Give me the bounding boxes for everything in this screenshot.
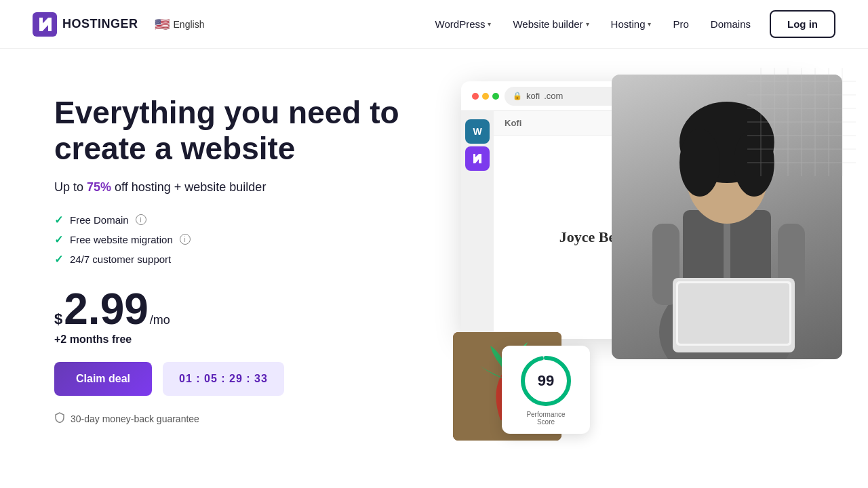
nav-links: WordPress ▾ Website builder ▾ Hosting ▾ … [427, 13, 759, 35]
feature-support: 24/7 customer support [70, 253, 171, 265]
dot-green [492, 93, 499, 100]
dot-yellow [482, 93, 489, 100]
lang-label: English [174, 19, 205, 30]
flag-icon: 🇺🇸 [155, 17, 170, 32]
logo-text: HOSTINGER [62, 17, 138, 31]
check-icon: ✓ [54, 214, 63, 226]
list-item: ✓ Free Domain i [54, 214, 407, 226]
nav-hosting[interactable]: Hosting ▾ [603, 13, 660, 35]
hero-illustration: 🔒 kofi .com W K [420, 81, 835, 454]
dot-red [472, 93, 479, 100]
performance-label: PerformanceScore [526, 411, 565, 426]
chevron-down-icon: ▾ [648, 20, 651, 28]
nav-website-builder[interactable]: Website builder ▾ [505, 13, 597, 35]
chevron-down-icon: ▾ [488, 20, 491, 28]
nav-pro[interactable]: Pro [665, 13, 696, 35]
browser-dots [472, 93, 499, 100]
sidebar-icons: W [461, 111, 494, 339]
svg-rect-13 [678, 283, 789, 344]
wordpress-icon: W [465, 119, 490, 144]
feature-migration: Free website migration [70, 234, 173, 245]
subtitle-highlight: 75% [87, 180, 111, 194]
info-icon[interactable]: i [180, 234, 191, 245]
logo-icon [33, 12, 57, 37]
info-icon[interactable]: i [136, 214, 146, 225]
language-selector[interactable]: 🇺🇸 English [155, 17, 205, 32]
list-item: ✓ Free website migration i [54, 233, 407, 246]
shield-icon [54, 412, 65, 426]
check-icon: ✓ [54, 233, 63, 246]
features-list: ✓ Free Domain i ✓ Free website migration… [54, 214, 407, 266]
site-name: Kofi [505, 118, 521, 128]
check-icon: ✓ [54, 253, 63, 266]
performance-card: 99 PerformanceScore [502, 346, 590, 434]
subtitle-prefix: Up to [54, 180, 87, 194]
login-button[interactable]: Log in [770, 10, 835, 38]
price-row: $ 2.99 /mo [54, 287, 407, 331]
price-main: 2.99 [64, 287, 149, 331]
nav-website-builder-label: Website builder [513, 18, 583, 30]
countdown-timer: 01 : 05 : 29 : 33 [163, 362, 284, 396]
svg-point-7 [679, 129, 720, 197]
cta-row: Claim deal 01 : 05 : 29 : 33 [54, 362, 407, 396]
price-dollar: $ [54, 310, 62, 328]
nav-hosting-label: Hosting [611, 18, 646, 30]
address-domain: .com [544, 91, 563, 101]
hero-subtitle: Up to 75% off hosting + website builder [54, 180, 407, 195]
feature-domain: Free Domain [70, 214, 129, 226]
list-item: ✓ 24/7 customer support [54, 253, 407, 266]
claim-deal-button[interactable]: Claim deal [54, 362, 152, 396]
hero-content: Everything you need to create a website … [54, 81, 407, 426]
nav-domains[interactable]: Domains [703, 13, 759, 35]
guarantee: 30-day money-back guarantee [54, 412, 407, 426]
price-bonus: +2 months free [54, 333, 407, 346]
navbar: HOSTINGER 🇺🇸 English WordPress ▾ Website… [0, 0, 868, 49]
address-text: kofi [526, 91, 540, 101]
performance-score: 99 [538, 372, 554, 390]
price-per: /mo [150, 313, 170, 327]
lock-icon: 🔒 [513, 92, 522, 100]
hero-section: Everything you need to create a website … [0, 49, 868, 488]
grid-decoration [747, 68, 856, 176]
logo[interactable]: HOSTINGER [33, 12, 138, 37]
guarantee-text: 30-day money-back guarantee [71, 413, 199, 424]
price-section: $ 2.99 /mo +2 months free [54, 287, 407, 346]
subtitle-suffix: off hosting + website builder [111, 180, 266, 194]
performance-ring: 99 [519, 354, 573, 408]
hostinger-icon [465, 146, 490, 171]
chevron-down-icon: ▾ [586, 20, 589, 28]
hero-title: Everything you need to create a website [54, 95, 407, 167]
nav-wordpress[interactable]: WordPress ▾ [427, 13, 500, 35]
nav-wordpress-label: WordPress [435, 18, 486, 30]
